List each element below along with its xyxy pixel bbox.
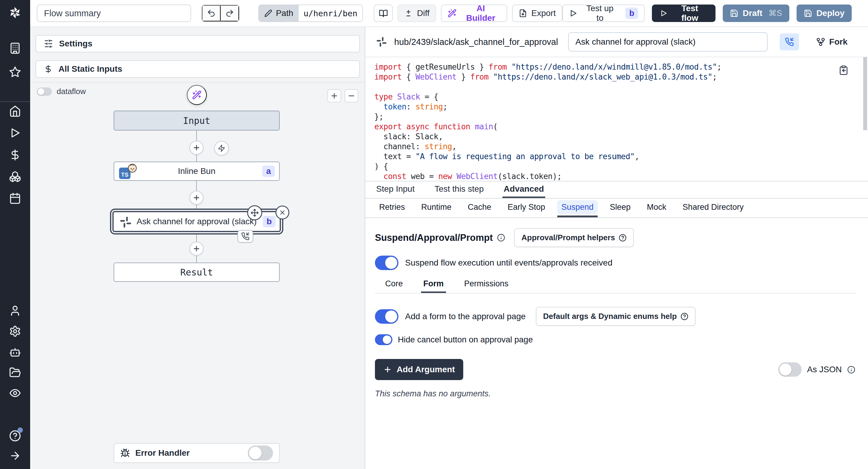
subtab-form[interactable]: Form xyxy=(421,276,446,293)
tab-early-stop[interactable]: Early Stop xyxy=(503,199,550,217)
info-icon[interactable] xyxy=(497,233,505,242)
diff-label: Diff xyxy=(417,8,430,18)
fork-label: Fork xyxy=(829,37,847,47)
tab-runtime[interactable]: Runtime xyxy=(417,199,456,217)
dataflow-toggle-row: dataflow xyxy=(37,87,86,96)
flow-summary-input[interactable] xyxy=(37,4,191,22)
diff-button[interactable]: Diff xyxy=(398,4,436,22)
code-line xyxy=(374,82,847,92)
users-icon[interactable] xyxy=(9,305,21,317)
workers-robot-icon[interactable] xyxy=(9,346,21,358)
step-title-input[interactable] xyxy=(568,32,768,52)
docs-button[interactable] xyxy=(374,4,393,22)
deploy-button[interactable]: Deploy xyxy=(797,4,852,22)
code-line: }; xyxy=(374,112,847,122)
path-value[interactable]: u/henri/ben xyxy=(299,5,362,22)
hide-cancel-toggle[interactable] xyxy=(375,334,393,345)
code-scrollbar[interactable] xyxy=(863,57,867,181)
windmill-logo-icon[interactable] xyxy=(8,5,22,20)
tab-cache[interactable]: Cache xyxy=(464,199,495,217)
suspend-flow-toggle[interactable] xyxy=(375,256,398,270)
schedules-calendar-icon[interactable] xyxy=(9,192,21,205)
approval-prompt-helpers-button[interactable]: Approval/Prompt helpers xyxy=(514,228,634,247)
insert-step-button[interactable] xyxy=(190,242,204,256)
scrollbar-thumb[interactable] xyxy=(863,57,867,130)
settings-gear-icon[interactable] xyxy=(9,325,21,337)
help-notification-dot xyxy=(18,428,23,433)
tab-advanced[interactable]: Advanced xyxy=(502,182,545,198)
input-node-label: Input xyxy=(183,116,210,126)
add-argument-button[interactable]: Add Argument xyxy=(375,359,463,380)
audit-eye-icon[interactable] xyxy=(9,387,21,399)
ai-flow-wand-button[interactable] xyxy=(187,85,207,105)
expand-arrow-right-icon[interactable] xyxy=(9,450,21,462)
help-circle-icon xyxy=(681,313,688,320)
move-node-button[interactable] xyxy=(247,205,262,220)
dataflow-toggle[interactable] xyxy=(37,87,52,96)
runs-play-icon[interactable] xyxy=(9,127,21,139)
export-button[interactable]: Export xyxy=(512,4,562,22)
flow-node-input[interactable]: Input xyxy=(114,111,280,130)
tab-retries[interactable]: Retries xyxy=(375,199,409,217)
tab-shared-directory[interactable]: Shared Directory xyxy=(678,199,748,217)
tab-suspend[interactable]: Suspend xyxy=(557,199,598,217)
subtab-core[interactable]: Core xyxy=(383,276,405,293)
suspend-phone-indicator-button[interactable] xyxy=(780,33,799,50)
tab-step-input[interactable]: Step Input xyxy=(375,182,416,198)
as-json-label: As JSON xyxy=(807,365,842,374)
sidebar-divider xyxy=(0,101,30,102)
flow-settings-row[interactable]: Settings xyxy=(36,35,360,53)
flow-node-result[interactable]: Result xyxy=(114,262,280,282)
suspend-flow-toggle-label: Suspend flow execution until events/appr… xyxy=(405,258,613,268)
toolbar: Path u/henri/ben Diff AI Builder Export xyxy=(30,0,868,27)
star-icon[interactable] xyxy=(9,66,21,78)
step-detail-panel: hub/2439/slack/ask_channel_for_approval … xyxy=(365,27,868,469)
building-icon[interactable] xyxy=(9,42,21,54)
export-label: Export xyxy=(531,8,556,18)
variables-dollar-icon[interactable] xyxy=(9,149,21,161)
path-control[interactable]: Path u/henri/ben xyxy=(258,4,363,22)
flow-graph-panel: Settings All Static Inputs dataflow xyxy=(30,27,365,469)
add-form-toggle[interactable] xyxy=(375,309,398,324)
home-icon[interactable] xyxy=(9,105,21,117)
flow-node-inline-bun[interactable]: TS Inline Bun a xyxy=(114,162,280,181)
subtab-permissions[interactable]: Permissions xyxy=(462,276,511,293)
default-args-help-button[interactable]: Default args & Dynamic enums help xyxy=(536,307,695,326)
test-flow-button[interactable]: Test flow xyxy=(652,4,715,22)
error-handler-row[interactable]: Error Handler xyxy=(114,443,280,463)
test-up-to-button[interactable]: Test up to b xyxy=(562,4,645,22)
tab-mock[interactable]: Mock xyxy=(643,199,671,217)
tab-test-this-step[interactable]: Test this step xyxy=(433,182,485,198)
delete-node-button[interactable] xyxy=(276,206,289,219)
path-edit-segment[interactable]: Path xyxy=(259,5,299,22)
fork-button[interactable]: Fork xyxy=(816,37,847,47)
slack-node-id-badge: b xyxy=(263,216,276,227)
tab-sleep[interactable]: Sleep xyxy=(606,199,635,217)
plus-icon xyxy=(193,144,200,152)
phone-incoming-icon xyxy=(785,37,794,46)
folders-icon[interactable] xyxy=(9,367,21,379)
suspend-section-title: Suspend/Approval/Prompt xyxy=(375,232,505,243)
draft-button[interactable]: Draft ⌘S xyxy=(723,4,789,22)
error-handler-toggle[interactable] xyxy=(248,445,273,461)
code-editor[interactable]: import { getResumeUrls } from "https://d… xyxy=(365,57,868,182)
ai-builder-button[interactable]: AI Builder xyxy=(441,4,507,22)
code-line: token: string; xyxy=(374,102,847,112)
draft-label: Draft xyxy=(743,8,762,18)
save-icon xyxy=(730,9,738,18)
insert-step-button[interactable] xyxy=(190,141,204,155)
undo-button[interactable] xyxy=(202,5,221,22)
zoom-out-button[interactable] xyxy=(344,89,358,102)
ai-builder-label: AI Builder xyxy=(461,4,501,23)
info-icon[interactable] xyxy=(847,366,855,374)
hub-script-path[interactable]: hub/2439/slack/ask_channel_for_approval xyxy=(394,37,558,47)
redo-button[interactable] xyxy=(221,5,239,22)
insert-step-button[interactable] xyxy=(190,191,204,205)
copy-code-button[interactable] xyxy=(838,65,849,75)
as-json-toggle[interactable] xyxy=(778,362,802,377)
all-static-inputs-row[interactable]: All Static Inputs xyxy=(36,60,360,78)
resources-boxes-icon[interactable] xyxy=(9,170,21,183)
zoom-in-button[interactable] xyxy=(327,89,341,102)
suspend-phone-incoming-chip[interactable] xyxy=(238,230,253,243)
trigger-zap-button[interactable] xyxy=(214,141,229,156)
